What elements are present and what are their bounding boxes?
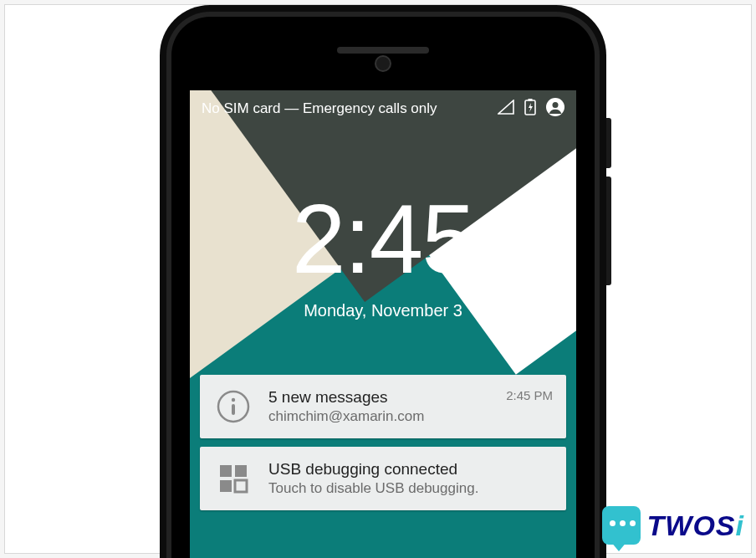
svg-rect-10	[235, 480, 247, 492]
svg-rect-8	[235, 465, 247, 477]
watermark-text-accent: i	[736, 509, 744, 541]
lock-clock: 2:45 Monday, November 3	[190, 191, 576, 320]
watermark-logo-icon	[602, 506, 641, 545]
notification-item[interactable]: 5 new messages chimchim@xamarin.com 2:45…	[200, 375, 566, 438]
phone-front-camera	[375, 55, 391, 72]
notification-title: 5 new messages	[268, 387, 491, 408]
notification-subtitle: chimchim@xamarin.com	[268, 407, 491, 426]
lock-screen[interactable]: No SIM card — Emergency calls only	[190, 90, 576, 558]
svg-point-5	[232, 398, 235, 402]
profile-icon[interactable]	[546, 98, 564, 120]
power-button	[606, 118, 611, 168]
svg-rect-1	[529, 99, 533, 101]
volume-buttons	[606, 177, 611, 285]
notification-title: USB debugging connected	[268, 459, 553, 480]
battery-charging-icon	[524, 99, 536, 120]
clock-time: 2:45	[190, 191, 576, 288]
status-bar[interactable]: No SIM card — Emergency calls only	[190, 90, 576, 127]
svg-rect-9	[220, 480, 232, 492]
clock-date: Monday, November 3	[190, 301, 576, 320]
phone-speaker	[337, 47, 429, 54]
watermark: TWOSi	[602, 506, 744, 545]
image-frame: No SIM card — Emergency calls only	[4, 4, 752, 554]
phone-body: No SIM card — Emergency calls only	[160, 5, 606, 558]
watermark-text: TWOS	[647, 509, 736, 541]
notification-subtitle: Touch to disable USB debugging.	[268, 479, 553, 498]
svg-rect-7	[220, 465, 232, 477]
signal-icon	[498, 100, 514, 119]
notification-item[interactable]: USB debugging connected Touch to disable…	[200, 447, 566, 510]
svg-rect-6	[232, 404, 235, 415]
svg-point-3	[553, 102, 559, 108]
grid-icon	[213, 458, 253, 499]
notification-shade: 5 new messages chimchim@xamarin.com 2:45…	[200, 375, 566, 510]
info-icon	[213, 387, 253, 427]
notification-timestamp: 2:45 PM	[506, 388, 553, 402]
sim-status-text: No SIM card — Emergency calls only	[202, 100, 498, 117]
